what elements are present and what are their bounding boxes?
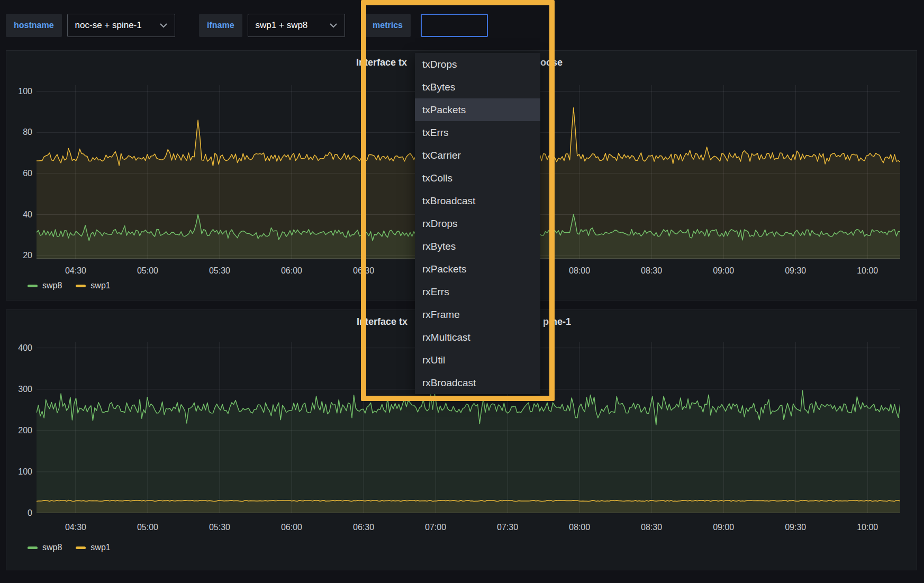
y-tick-label: 200 <box>6 426 32 435</box>
x-tick-label: 05:00 <box>129 523 166 532</box>
menu-item-rxUtil[interactable]: rxUtil <box>415 349 540 371</box>
menu-item-txCarrier[interactable]: txCarrier <box>415 144 540 167</box>
x-tick-label: 09:30 <box>777 266 814 276</box>
x-tick-label: 09:00 <box>705 523 742 532</box>
chevron-down-icon <box>160 23 167 28</box>
y-tick-label: 60 <box>6 169 32 178</box>
menu-item-rxErrs[interactable]: rxErrs <box>415 280 540 303</box>
legend-swatch-icon <box>76 546 86 549</box>
panel-title-fragment-left: Interface tx <box>356 57 407 68</box>
y-tick-label: 0 <box>6 508 32 518</box>
x-tick-label: 06:30 <box>345 266 382 276</box>
y-tick-label: 40 <box>6 210 32 220</box>
chevron-down-icon <box>330 23 337 28</box>
x-tick-label: 04:30 <box>57 523 94 532</box>
menu-item-txBroadcast[interactable]: txBroadcast <box>415 189 540 212</box>
y-tick-label: 100 <box>6 87 32 96</box>
legend-item-swp1[interactable]: swp1 <box>76 543 110 552</box>
x-tick-label: 10:00 <box>849 266 886 276</box>
legend: swp8swp1 <box>28 281 111 290</box>
legend-label: swp1 <box>90 281 110 290</box>
ifname-filter-value[interactable]: swp1 + swp8 <box>248 14 345 37</box>
panel-title-fragment-right: oose <box>540 57 563 68</box>
panel-title-fragment-right: pine-1 <box>543 316 571 327</box>
legend-item-swp1[interactable]: swp1 <box>76 281 110 290</box>
y-tick-label: 400 <box>6 343 32 353</box>
menu-item-txBytes[interactable]: txBytes <box>415 76 540 98</box>
x-tick-label: 05:30 <box>201 266 238 276</box>
x-tick-label: 08:00 <box>561 523 598 532</box>
legend-label: swp8 <box>42 281 62 290</box>
metrics-filter: metrics <box>365 14 488 37</box>
legend: swp8swp1 <box>28 543 111 552</box>
hostname-filter: hostname noc-se + spine-1 <box>6 14 175 37</box>
panel-title-fragment-left: Interface tx <box>357 316 407 327</box>
series-fill-swp1 <box>37 500 900 513</box>
legend-swatch-icon <box>28 285 38 287</box>
x-tick-label: 08:30 <box>633 266 670 276</box>
menu-item-rxBroadcast[interactable]: rxBroadcast <box>415 371 540 394</box>
legend-label: swp8 <box>42 543 62 552</box>
y-tick-label: 80 <box>6 127 32 137</box>
y-tick-label: 100 <box>6 467 32 477</box>
x-tick-label: 06:30 <box>345 523 382 532</box>
menu-item-rxBytes[interactable]: rxBytes <box>415 235 540 258</box>
menu-item-txColls[interactable]: txColls <box>415 167 540 189</box>
menu-item-rxFrame[interactable]: rxFrame <box>415 303 540 326</box>
x-tick-label: 06:00 <box>273 266 310 276</box>
menu-item-txDrops[interactable]: txDrops <box>415 53 540 76</box>
x-tick-label: 08:00 <box>561 266 598 276</box>
x-tick-label: 05:30 <box>201 523 238 532</box>
hostname-filter-value[interactable]: noc-se + spine-1 <box>67 14 175 37</box>
ifname-filter-selected: swp1 + swp8 <box>256 20 308 31</box>
x-tick-label: 09:00 <box>705 266 742 276</box>
legend-label: swp1 <box>90 543 110 552</box>
hostname-filter-label: hostname <box>6 14 62 37</box>
metrics-input[interactable] <box>421 14 488 37</box>
hostname-filter-selected: noc-se + spine-1 <box>75 20 142 31</box>
menu-item-rxDrops[interactable]: rxDrops <box>415 212 540 235</box>
legend-item-swp8[interactable]: swp8 <box>28 281 62 290</box>
y-tick-label: 300 <box>6 385 32 394</box>
legend-item-swp8[interactable]: swp8 <box>28 543 62 552</box>
metrics-dropdown-menu: txDropstxBytestxPacketstxErrstxCarriertx… <box>415 53 540 394</box>
menu-item-rxMulticast[interactable]: rxMulticast <box>415 326 540 349</box>
menu-item-txPackets[interactable]: txPackets <box>415 98 540 121</box>
x-tick-label: 04:30 <box>57 266 94 276</box>
x-tick-label: 05:00 <box>129 266 166 276</box>
menu-item-rxPackets[interactable]: rxPackets <box>415 258 540 280</box>
menu-item-txErrs[interactable]: txErrs <box>415 121 540 144</box>
x-tick-label: 06:00 <box>273 523 310 532</box>
x-tick-label: 10:00 <box>849 523 886 532</box>
legend-swatch-icon <box>28 546 38 549</box>
metrics-filter-label: metrics <box>365 14 411 37</box>
x-tick-label: 07:00 <box>417 523 454 532</box>
x-tick-label: 09:30 <box>777 523 814 532</box>
y-tick-label: 20 <box>6 251 32 260</box>
ifname-filter: ifname swp1 + swp8 <box>199 14 345 37</box>
x-tick-label: 07:30 <box>489 523 526 532</box>
x-tick-label: 08:30 <box>633 523 670 532</box>
ifname-filter-label: ifname <box>199 14 242 37</box>
legend-swatch-icon <box>76 285 86 287</box>
